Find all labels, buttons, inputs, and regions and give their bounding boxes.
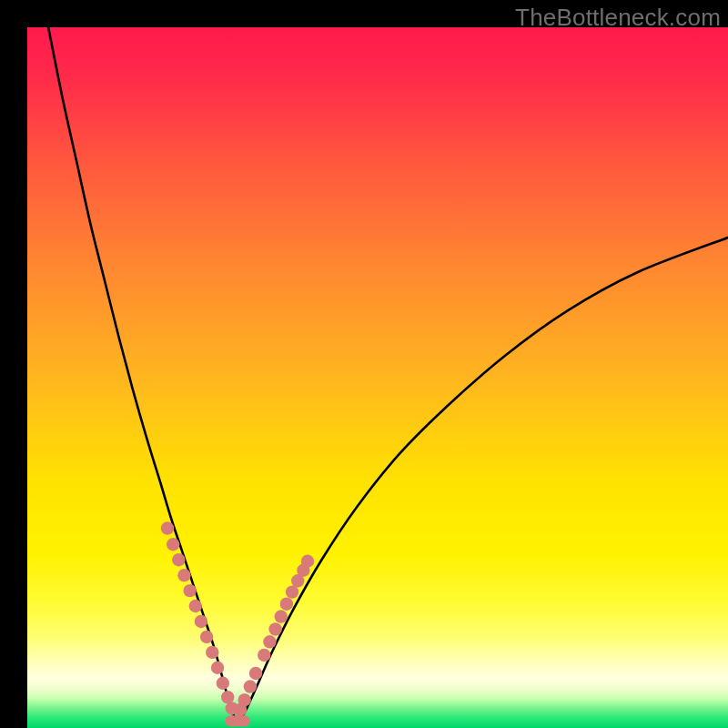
dot bbox=[217, 677, 229, 690]
dot bbox=[286, 585, 298, 598]
dot bbox=[258, 649, 270, 662]
dot bbox=[280, 598, 293, 611]
dot bbox=[167, 538, 179, 551]
dot bbox=[263, 635, 276, 648]
dot bbox=[161, 521, 174, 534]
dot bbox=[177, 569, 190, 581]
dot bbox=[275, 610, 288, 622]
dot bbox=[195, 615, 207, 628]
dot bbox=[200, 631, 213, 643]
dot bbox=[183, 584, 196, 597]
dot bbox=[244, 680, 257, 693]
dot bbox=[206, 646, 218, 659]
dot bbox=[301, 555, 314, 568]
dot bbox=[268, 622, 281, 635]
dot bbox=[189, 600, 202, 612]
dot bbox=[249, 667, 262, 680]
chart-frame: TheBottleneck.com bbox=[0, 0, 728, 728]
chart-svg bbox=[27, 27, 728, 728]
gradient-background bbox=[27, 27, 728, 728]
dot bbox=[221, 691, 234, 703]
dot bbox=[211, 662, 224, 674]
dot bbox=[172, 553, 185, 566]
dot bbox=[238, 693, 251, 706]
plot-area bbox=[27, 27, 728, 728]
